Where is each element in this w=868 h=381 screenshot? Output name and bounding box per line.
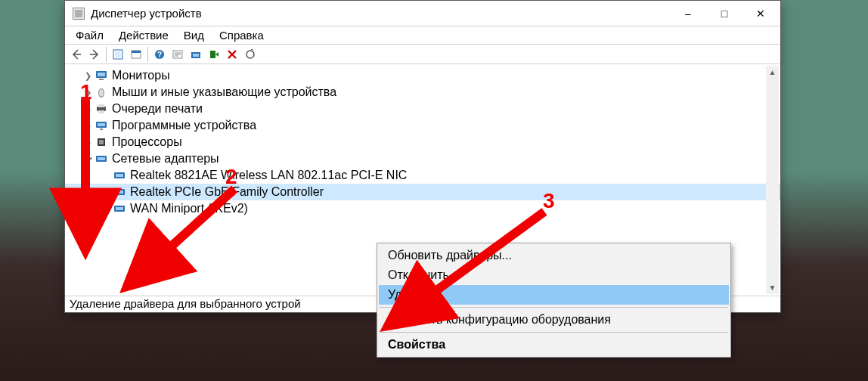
ctx-scan-hardware[interactable]: Обновить конфигурацию оборудования (379, 310, 729, 330)
ctx-disable[interactable]: Отключить (379, 265, 729, 285)
svg-rect-23 (99, 140, 104, 144)
annotation-number-2: 2 (225, 165, 237, 189)
printer-icon (95, 103, 107, 115)
svg-rect-1 (115, 51, 121, 57)
close-button[interactable]: ✕ (742, 2, 779, 25)
software-icon (95, 119, 107, 132)
refresh-button[interactable] (242, 46, 259, 63)
menu-action[interactable]: Действие (111, 27, 176, 43)
tree-item-printqueues[interactable]: ❯ Очереди печати (65, 101, 780, 117)
tree-label: Сетевые адаптеры (112, 152, 219, 166)
scroll-up-icon[interactable]: ▲ (766, 66, 779, 79)
tree-label: Мониторы (112, 69, 170, 82)
nic-icon (113, 186, 126, 198)
enable-button[interactable] (206, 46, 222, 63)
back-button[interactable] (68, 46, 85, 63)
expander-icon[interactable]: ❯ (82, 138, 94, 147)
tree-label: Очереди печати (112, 102, 203, 116)
network-icon (95, 153, 107, 165)
tree-item-wlan[interactable]: Realtek 8821AE Wireless LAN 802.11ac PCI… (65, 167, 780, 184)
svg-rect-12 (98, 73, 105, 76)
ctx-separator (380, 332, 728, 333)
mouse-icon (95, 86, 107, 98)
svg-rect-29 (116, 190, 123, 194)
forward-button[interactable] (86, 46, 103, 63)
update-driver-button[interactable] (188, 46, 204, 63)
svg-rect-3 (132, 51, 141, 53)
tree-label: Программные устройства (112, 119, 256, 132)
ctx-delete[interactable]: Удалить (379, 285, 729, 305)
tree-item-wanminiport[interactable]: WAN Miniport (IKEv2) (65, 200, 780, 217)
ctx-separator (380, 307, 728, 308)
cpu-icon (95, 136, 107, 148)
maximize-button[interactable]: □ (706, 2, 742, 25)
app-icon (73, 8, 85, 20)
svg-rect-8 (193, 54, 199, 57)
tree-item-software[interactable]: ❯ Программные устройства (65, 117, 780, 134)
tree-item-monitors[interactable]: ❯ Мониторы (65, 67, 780, 84)
svg-point-10 (246, 51, 254, 58)
titlebar: Диспетчер устройств – □ ✕ (65, 1, 780, 26)
svg-rect-21 (100, 129, 103, 130)
menu-file[interactable]: Файл (68, 27, 111, 43)
expander-icon[interactable]: ❯ (83, 153, 93, 165)
expander-icon[interactable]: ❯ (82, 104, 94, 114)
expander-icon[interactable]: ❯ (82, 71, 94, 81)
tree-item-gbe-selected[interactable]: Realtek PCIe GbE Family Controller (65, 184, 780, 200)
expander-icon[interactable]: ❯ (82, 121, 94, 131)
tree-label: Процессоры (112, 135, 182, 149)
nic-icon (113, 169, 126, 181)
ctx-properties[interactable]: Свойства (379, 335, 729, 355)
window-title: Диспетчер устройств (91, 7, 670, 20)
tree-label: WAN Miniport (IKEv2) (130, 202, 248, 215)
svg-rect-17 (98, 104, 104, 107)
svg-rect-13 (99, 79, 104, 80)
monitor-icon (95, 70, 107, 82)
tree-label: Мыши и иные указывающие устройства (112, 85, 336, 99)
svg-rect-20 (98, 123, 105, 126)
vertical-scrollbar[interactable]: ▲ ▼ (766, 66, 779, 294)
context-menu: Обновить драйверы... Отключить Удалить О… (377, 243, 731, 358)
tree-item-cpus[interactable]: ❯ Процессоры (65, 134, 780, 150)
svg-point-15 (99, 89, 104, 97)
annotation-number-1: 1 (80, 80, 92, 104)
nic-icon (113, 203, 126, 215)
help-button[interactable]: ? (151, 46, 168, 63)
ctx-update-drivers[interactable]: Обновить драйверы... (379, 246, 729, 265)
svg-rect-25 (98, 157, 105, 160)
menu-help[interactable]: Справка (212, 27, 271, 43)
scan-hw-button[interactable] (169, 46, 186, 63)
svg-text:?: ? (157, 51, 162, 59)
toolbar-separator (106, 47, 107, 62)
tree-label: Realtek 8821AE Wireless LAN 802.11ac PCI… (130, 169, 407, 182)
tree-item-network-adapters[interactable]: ❯ Сетевые адаптеры (65, 150, 780, 167)
svg-rect-27 (116, 174, 123, 177)
menubar: Файл Действие Вид Справка (65, 26, 780, 45)
properties-button[interactable] (128, 46, 144, 63)
tree-item-mice[interactable]: ❯ Мыши и иные указывающие устройства (65, 84, 780, 101)
toolbar-separator (147, 47, 148, 62)
uninstall-button[interactable] (224, 46, 240, 63)
status-text: Удаление драйвера для выбранного устрой (70, 297, 301, 310)
minimize-button[interactable]: – (670, 2, 706, 25)
annotation-number-3: 3 (543, 189, 555, 213)
show-hidden-button[interactable] (110, 46, 126, 63)
scroll-down-icon[interactable]: ▼ (766, 281, 779, 294)
window-controls: – □ ✕ (670, 2, 779, 25)
toolbar: ? (65, 45, 780, 64)
svg-rect-9 (210, 51, 215, 58)
svg-rect-18 (98, 110, 104, 113)
menu-view[interactable]: Вид (176, 27, 212, 43)
svg-rect-31 (116, 207, 123, 210)
